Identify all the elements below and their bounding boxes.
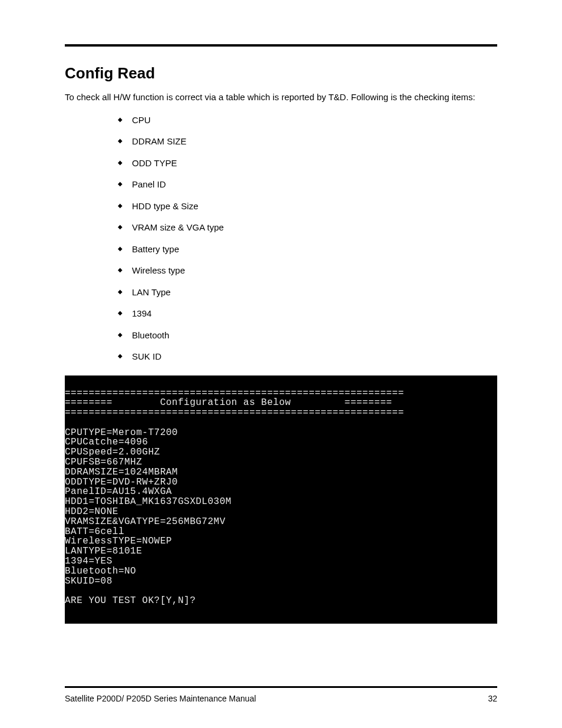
footer-right: 32 xyxy=(488,694,497,703)
bullet-list: CPUDDRAM SIZEODD TYPEPanel IDHDD type & … xyxy=(118,114,497,364)
bullet-item: CPU xyxy=(118,114,497,127)
bullet-item: 1394 xyxy=(118,307,497,321)
bullet-item: VRAM size & VGA type xyxy=(118,221,497,235)
bullet-item: ODD TYPE xyxy=(118,157,497,170)
footer-left: Satellite P200D/ P205D Series Maintenanc… xyxy=(65,694,256,703)
intro-paragraph: To check all H/W function is correct via… xyxy=(65,91,497,104)
bullet-item: LAN Type xyxy=(118,286,497,299)
bullet-item: SUK ID xyxy=(118,350,497,364)
bullet-item: Bluetooth xyxy=(118,329,497,342)
bullet-item: DDRAM SIZE xyxy=(118,135,497,149)
bullet-item: Battery type xyxy=(118,243,497,256)
page-content: Config Read To check all H/W function is… xyxy=(0,0,562,624)
bullet-item: Panel ID xyxy=(118,178,497,192)
top-rule xyxy=(65,44,497,47)
footer-rule xyxy=(65,686,497,688)
terminal-output: ========================================… xyxy=(65,375,497,624)
section-heading: Config Read xyxy=(65,64,497,83)
bullet-item: HDD type & Size xyxy=(118,200,497,213)
page-footer: Satellite P200D/ P205D Series Maintenanc… xyxy=(65,694,497,703)
bullet-item: Wireless type xyxy=(118,264,497,278)
